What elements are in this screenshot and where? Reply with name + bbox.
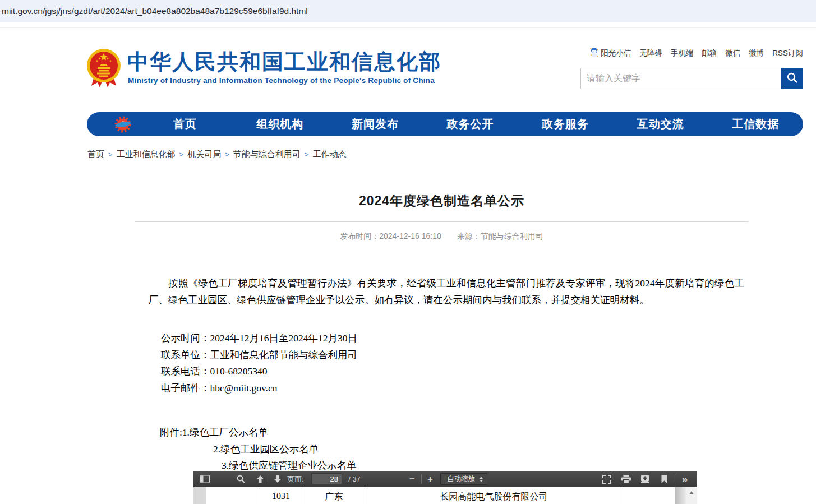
pdf-scrollbar-track[interactable]: [675, 487, 686, 504]
toolbar-separator: [421, 474, 422, 484]
bookmark-button[interactable]: [659, 471, 669, 487]
divider: [0, 27, 816, 28]
national-emblem-icon[interactable]: [86, 48, 121, 91]
breadcrumb-home[interactable]: 首页: [87, 149, 104, 159]
page-down-icon: [274, 475, 282, 483]
pdf-viewer-gutter: [193, 487, 206, 504]
contact-unit: 联系单位：工业和信息化部节能与综合利用司: [161, 347, 749, 364]
top-link-wechat[interactable]: 微信: [725, 48, 740, 58]
nav-item-gov-disclosure[interactable]: 政务公开: [423, 117, 518, 132]
page-title: 2024年度绿色制造名单公示: [135, 192, 749, 210]
page-up-button[interactable]: [255, 471, 266, 487]
contact-email: 电子邮件：hbc@miit.gov.cn: [161, 380, 749, 397]
zoom-level-select[interactable]: 自动缩放: [440, 473, 487, 485]
article: 2024年度绿色制造名单公示 发布时间：2024-12-16 16:10来源：节…: [135, 189, 749, 474]
contact-phone: 联系电话：010-68205340: [161, 363, 749, 380]
breadcrumb: 首页>工业和信息化部>机关司局>节能与综合利用司>工作动态: [87, 149, 346, 160]
source-label: 来源：: [457, 232, 481, 241]
pdf-viewer: 页面: / 37 − + 自动缩放: [193, 471, 697, 504]
site-title[interactable]: 中华人民共和国工业和信息化部: [127, 50, 441, 74]
find-icon: [237, 475, 245, 483]
print-button[interactable]: [620, 471, 632, 487]
nav-item-news[interactable]: 新闻发布: [328, 117, 423, 132]
utility-links: 阳光小信 无障碍 手机端 邮箱 微信 微博 RSS订阅: [590, 47, 803, 59]
toolbar-separator: [674, 474, 674, 484]
search-input[interactable]: [581, 68, 781, 89]
pdf-page-area: 1031 广东 长园高能电气股份有限公司: [193, 487, 697, 504]
presentation-mode-icon: [602, 475, 611, 484]
select-spinner-icon: [480, 477, 483, 482]
zoom-out-button[interactable]: −: [407, 471, 418, 487]
top-link-mobile[interactable]: 手机端: [671, 48, 694, 58]
pdf-scroll-up-button[interactable]: [686, 487, 697, 504]
page-number-label: 页面:: [285, 471, 306, 487]
pdf-toolbar: 页面: / 37 − + 自动缩放: [193, 471, 697, 487]
table-cell-company: 长园高能电气股份有限公司: [365, 488, 623, 504]
breadcrumb-separator: >: [221, 150, 233, 159]
publish-time-label: 发布时间：: [340, 232, 379, 241]
top-link-rss[interactable]: RSS订阅: [772, 48, 803, 58]
search-button[interactable]: [781, 68, 803, 89]
sidebar-toggle-button[interactable]: [199, 471, 210, 487]
attachment-green-factory[interactable]: 附件:1.绿色工厂公示名单: [135, 424, 749, 441]
presentation-mode-button[interactable]: [601, 471, 613, 487]
table-cell-province: 广东: [303, 488, 365, 504]
page-url: miit.gov.cn/jgsj/jns/gzdt/art/2024/art_b…: [2, 6, 308, 16]
bookmark-icon: [661, 475, 667, 483]
find-button[interactable]: [235, 471, 246, 487]
publish-time: 2024-12-16 16:10: [379, 232, 441, 241]
breadcrumb-energy-dept[interactable]: 节能与综合利用司: [233, 149, 301, 159]
scroll-up-icon: [689, 491, 694, 494]
breadcrumb-departments[interactable]: 机关司局: [187, 149, 221, 159]
article-paragraph: 按照《绿色工厂梯度培育及管理暂行办法》有关要求，经省级工业和信息化主管部门推荐及…: [135, 275, 749, 308]
nav-item-data[interactable]: 工信数据: [708, 117, 803, 132]
top-link-accessibility[interactable]: 无障碍: [639, 48, 662, 58]
download-button[interactable]: [639, 471, 651, 487]
breadcrumb-work-updates[interactable]: 工作动态: [312, 149, 346, 159]
source-value: 节能与综合利用司: [481, 232, 543, 241]
article-body: 按照《绿色工厂梯度培育及管理暂行办法》有关要求，经省级工业和信息化主管部门推荐及…: [135, 275, 749, 474]
nav-item-organization[interactable]: 组织机构: [233, 117, 328, 132]
zoom-in-button[interactable]: +: [425, 471, 436, 487]
more-tools-button[interactable]: »: [677, 471, 691, 487]
page-down-button[interactable]: [272, 471, 283, 487]
nav-item-interaction[interactable]: 互动交流: [613, 117, 708, 132]
breadcrumb-separator: >: [301, 150, 313, 159]
contact-info: 公示时间：2024年12月16日至2024年12月30日 联系单位：工业和信息化…: [135, 330, 749, 396]
zoom-level-value: 自动缩放: [447, 474, 475, 484]
main-nav: 首页 组织机构 新闻发布 政务公开 政务服务 互动交流 工信数据: [87, 112, 803, 136]
toolbar-separator: [269, 474, 269, 484]
attachments-list: 附件:1.绿色工厂公示名单 2.绿色工业园区公示名单 3.绿色供应链管理企业公示…: [135, 424, 749, 474]
top-link-assistant[interactable]: 阳光小信: [590, 47, 631, 59]
nav-item-gov-services[interactable]: 政务服务: [518, 117, 613, 132]
address-bar[interactable]: miit.gov.cn/jgsj/jns/gzdt/art/2024/art_b…: [0, 0, 816, 22]
page-up-icon: [256, 475, 264, 483]
top-link-mail[interactable]: 邮箱: [702, 48, 717, 58]
print-icon: [621, 475, 631, 483]
page-number-input[interactable]: [311, 473, 342, 484]
download-icon: [640, 475, 649, 483]
publicity-period: 公示时间：2024年12月16日至2024年12月30日: [161, 330, 749, 347]
pdf-table-fragment: 1031 广东 长园高能电气股份有限公司: [259, 488, 623, 504]
site-subtitle: Ministry of Industry and Information Tec…: [128, 76, 435, 85]
site-search: [580, 68, 803, 89]
nav-item-home[interactable]: 首页: [137, 117, 233, 132]
miit-logo-icon[interactable]: [113, 114, 133, 135]
top-link-weibo[interactable]: 微博: [749, 48, 764, 58]
sidebar-toggle-icon: [200, 475, 210, 483]
article-meta: 发布时间：2024-12-16 16:10来源：节能与综合利用司: [135, 232, 749, 242]
page-total: / 37: [345, 471, 364, 487]
breadcrumb-separator: >: [104, 150, 117, 159]
search-icon: [786, 72, 798, 85]
breadcrumb-ministry[interactable]: 工业和信息化部: [117, 149, 176, 159]
attachment-green-park[interactable]: 2.绿色工业园区公示名单: [135, 441, 749, 458]
robot-mascot-icon: [590, 47, 598, 59]
title-divider: [135, 221, 749, 222]
table-cell-number: 1031: [259, 488, 303, 504]
breadcrumb-separator: >: [176, 150, 188, 159]
